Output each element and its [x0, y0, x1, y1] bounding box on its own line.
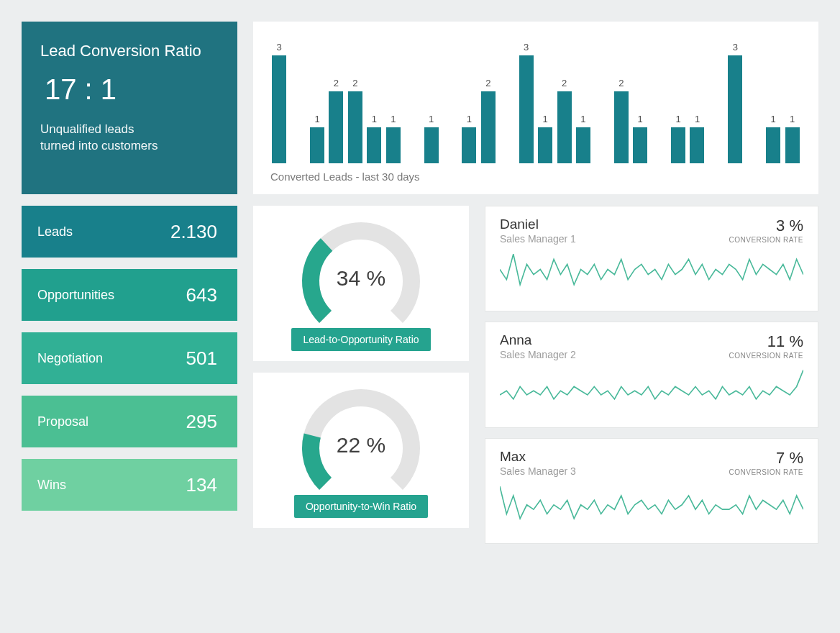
- bar: 1: [422, 32, 439, 163]
- funnel-tile-wins: Wins 134: [22, 459, 237, 511]
- manager-role: Sales Manager 1: [500, 233, 576, 245]
- bar: 1: [631, 32, 649, 163]
- manager-name: Daniel: [500, 217, 576, 232]
- funnel-tile-opportunities: Opportunities 643: [22, 269, 237, 321]
- funnel-label: Opportunities: [37, 288, 114, 303]
- lead-conversion-title: Lead Conversion Ratio: [40, 42, 219, 60]
- gauge-value: 34 %: [293, 266, 429, 291]
- lead-conversion-card: Lead Conversion Ratio 17 : 1 Unqualified…: [22, 22, 237, 194]
- bar: 1: [537, 32, 554, 163]
- bar: 1: [670, 32, 687, 163]
- bar: 1: [783, 32, 800, 163]
- manager-rate-caption: CONVERSION RATE: [729, 236, 803, 244]
- manager-rate: 7 %: [729, 449, 803, 468]
- manager-role: Sales Manager 2: [500, 349, 576, 360]
- bar: 1: [575, 32, 592, 163]
- lead-conversion-subtitle: Unqualified leads turned into customers: [40, 122, 219, 155]
- gauge-arc: 22 %: [293, 387, 429, 495]
- manager-rate-caption: CONVERSION RATE: [729, 352, 803, 360]
- funnel-value: 501: [186, 347, 217, 370]
- bar: [650, 32, 667, 163]
- converted-leads-caption: Converted Leads - last 30 days: [270, 170, 801, 183]
- funnel-value: 2.130: [170, 221, 217, 243]
- bar: [442, 32, 459, 163]
- gauge-arc: 34 %: [293, 220, 429, 328]
- manager-name: Anna: [500, 332, 576, 348]
- gauge-caption: Lead-to-Opportunity Ratio: [291, 328, 430, 351]
- funnel-value: 643: [186, 284, 217, 306]
- gauge-value: 22 %: [293, 433, 429, 457]
- gauge-lead-opportunity: 34 % Lead-to-Opportunity Ratio: [253, 206, 469, 361]
- bar: [746, 32, 763, 163]
- bar: 3: [270, 32, 288, 163]
- bar: 2: [613, 32, 630, 163]
- lead-conversion-ratio: 17 : 1: [40, 73, 219, 106]
- manager-rate-caption: CONVERSION RATE: [729, 468, 803, 476]
- bar: 1: [309, 32, 326, 163]
- bar: 1: [365, 32, 383, 163]
- funnel-tile-leads: Leads 2.130: [22, 206, 237, 258]
- funnel-label: Negotiation: [37, 351, 103, 366]
- bar: [403, 32, 421, 163]
- manager-card: DanielSales Manager 13 %CONVERSION RATE: [485, 206, 818, 311]
- bar: 2: [347, 32, 364, 163]
- sparkline: [500, 366, 803, 419]
- manager-card: AnnaSales Manager 211 %CONVERSION RATE: [485, 322, 818, 427]
- manager-rate: 3 %: [729, 217, 803, 235]
- manager-name: Max: [500, 449, 576, 465]
- manager-role: Sales Manager 3: [500, 465, 576, 477]
- funnel-value: 295: [186, 411, 217, 433]
- bar: 3: [726, 32, 744, 163]
- funnel-value: 134: [186, 474, 217, 496]
- bar: 2: [555, 32, 572, 163]
- bar: [708, 32, 725, 163]
- gauge-opportunity-win: 22 % Opportunity-to-Win Ratio: [253, 373, 469, 528]
- bar: 3: [517, 32, 534, 163]
- funnel-tile-proposal: Proposal 295: [22, 396, 237, 447]
- funnel-label: Proposal: [37, 414, 88, 429]
- bar: [593, 32, 611, 163]
- bar: 1: [385, 32, 402, 163]
- funnel-label: Leads: [37, 224, 73, 240]
- bar: [498, 32, 516, 163]
- manager-rate: 11 %: [729, 332, 803, 351]
- bar: 1: [764, 32, 782, 163]
- bar: 2: [327, 32, 344, 163]
- bar: 1: [460, 32, 478, 163]
- bar: [289, 32, 306, 163]
- gauge-caption: Opportunity-to-Win Ratio: [294, 495, 428, 518]
- sparkline: [500, 250, 803, 304]
- sparkline: [500, 483, 803, 536]
- funnel-label: Wins: [37, 478, 66, 493]
- bar: 2: [480, 32, 497, 163]
- funnel-tile-negotiation: Negotiation 501: [22, 332, 237, 384]
- converted-leads-chart: 31221111231212111311 Converted Leads - l…: [253, 22, 818, 194]
- manager-card: MaxSales Manager 37 %CONVERSION RATE: [485, 438, 818, 544]
- bar: 1: [688, 32, 706, 163]
